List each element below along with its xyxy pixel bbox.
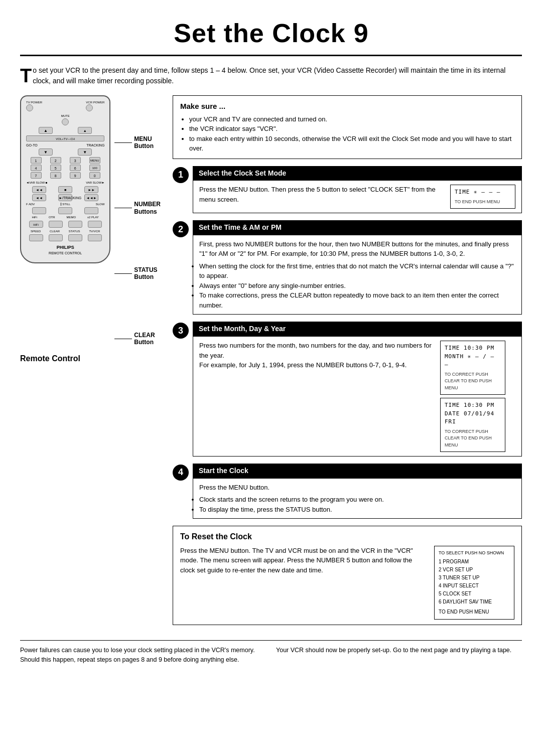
num-4-button[interactable]: 4 bbox=[31, 165, 42, 171]
step-3-text: Press two numbers for the month, two num… bbox=[199, 341, 435, 452]
num-9-button[interactable]: 9 bbox=[70, 172, 81, 179]
num-8-button[interactable]: 8 bbox=[50, 172, 61, 179]
reset-side-header: TO SELECT PUSH NO SHOWN bbox=[439, 549, 510, 556]
ch-down-button[interactable]: ▼ bbox=[78, 148, 92, 156]
var-slow-left-button[interactable]: ◄◄ bbox=[32, 186, 46, 193]
slow-button[interactable] bbox=[84, 207, 98, 214]
var-slow-right-button[interactable]: ►► bbox=[84, 186, 98, 193]
remote-control-caption: Remote Control bbox=[20, 354, 80, 363]
go-to-label: GO-TO bbox=[26, 143, 38, 148]
bottom-notes: Power failures can cause you to lose you… bbox=[20, 640, 522, 665]
step-3-content: Set the Month, Day & Year Press two numb… bbox=[193, 322, 522, 457]
step-4-text: Press the MENU button. bbox=[199, 483, 515, 493]
menu-button[interactable]: MENU bbox=[89, 157, 100, 164]
still-button[interactable] bbox=[58, 207, 72, 214]
step-4-content: Start the Clock Press the MENU button. C… bbox=[193, 464, 522, 519]
tvvcr-button[interactable] bbox=[88, 234, 102, 241]
reset-menu-item-5: 5 CLOCK SET bbox=[439, 590, 510, 598]
step-3-side-top-note: TO CORRECT PUSH CLEAR TO END PUSH MENU bbox=[445, 371, 501, 392]
reset-menu-item-1: 1 PROGRAM bbox=[439, 558, 510, 566]
ff-button[interactable]: ◄◄► bbox=[84, 194, 98, 201]
step-3-circle: 3 bbox=[173, 323, 189, 339]
reset-side-footer: TO END PUSH MENU bbox=[439, 608, 510, 616]
page-title: Set the Clock bbox=[174, 15, 345, 52]
num-6-button[interactable]: 6 bbox=[70, 165, 81, 171]
step-1-body: Press the MENU button. Then press the 5 … bbox=[193, 181, 522, 213]
rew-button[interactable]: ◄◄ bbox=[32, 194, 46, 201]
num-3-button[interactable]: 3 bbox=[70, 157, 81, 164]
bottom-note-1: Power failures can cause you to lose you… bbox=[20, 646, 266, 665]
tv-power-button[interactable] bbox=[26, 104, 33, 111]
left-column: TV POWER VCR POWER MUTE bbox=[20, 95, 161, 632]
status-button-label: STATUSButton bbox=[134, 266, 157, 281]
step-3-lcd-bot-2: DATE 07/01/94 bbox=[445, 410, 501, 418]
step-4-body: Press the MENU button. Clock starts and … bbox=[193, 479, 522, 519]
step-4: 4 Start the Clock Press the MENU button.… bbox=[173, 464, 522, 519]
num-7-button[interactable]: 7 bbox=[31, 172, 42, 179]
bottom-note-2: Your VCR should now be properly set-up. … bbox=[276, 646, 522, 665]
num-1-button[interactable]: 1 bbox=[31, 157, 42, 164]
vol-up-ch-button[interactable]: ▲ bbox=[78, 127, 92, 134]
step-1-side: TIME ✳ – – – TO END PUSH MENU bbox=[450, 185, 515, 209]
vol-down-button[interactable]: ▼ bbox=[39, 148, 53, 156]
tv-power-label: TV POWER bbox=[26, 100, 42, 104]
brand-label: PHILIPS bbox=[26, 244, 104, 251]
step-4-circle: 4 bbox=[173, 465, 189, 481]
step-3-lcd-bot-1: TIME 10:30 PM bbox=[445, 401, 501, 410]
num-100-button[interactable]: 100 bbox=[89, 165, 100, 171]
step-3-title: Set the Month, Day & Year bbox=[193, 322, 522, 337]
step-2-circle: 2 bbox=[173, 221, 189, 237]
page-header: Set the Clock 9 bbox=[20, 15, 522, 56]
menu-button-label: MENUButton bbox=[134, 135, 154, 150]
make-sure-item-1: your VCR and TV are connected and turned… bbox=[189, 114, 514, 124]
status-button[interactable] bbox=[68, 234, 82, 241]
step-4-bullet-2: To display the time, press the STATUS bu… bbox=[199, 505, 515, 515]
reset-menu-item-2: 2 VCR SET UP bbox=[439, 566, 510, 574]
reset-menu-item-4: 4 INPUT SELECT bbox=[439, 582, 510, 590]
num-5-button[interactable]: 5 bbox=[50, 165, 61, 171]
play-button[interactable]: ►/TRACKING bbox=[58, 194, 72, 201]
step-1-circle: 1 bbox=[173, 167, 189, 183]
f-adv-button[interactable] bbox=[32, 207, 46, 214]
reset-side-box: TO SELECT PUSH NO SHOWN 1 PROGRAM 2 VCR … bbox=[434, 546, 514, 620]
make-sure-title: Make sure ... bbox=[180, 101, 514, 111]
make-sure-item-2: the VCR indicator says "VCR". bbox=[189, 124, 514, 134]
memo-button[interactable] bbox=[68, 221, 82, 228]
reset-menu-item-6: 6 DAYLIGHT SAV TIME bbox=[439, 598, 510, 606]
reset-body: Press the MENU button. The TV and VCR mu… bbox=[180, 546, 514, 620]
step-2-bullet-2: Always enter "0" before any single-numbe… bbox=[199, 281, 515, 291]
step-2-bullet-3: To make corrections, press the CLEAR but… bbox=[199, 290, 515, 310]
step-2-content: Set the Time & AM or PM First, press two… bbox=[193, 220, 522, 315]
mute-button[interactable] bbox=[62, 118, 69, 125]
clear-button[interactable] bbox=[49, 234, 63, 241]
num-0-button[interactable]: 0 bbox=[89, 172, 100, 179]
number-buttons-label: NUMBERButtons bbox=[134, 201, 161, 215]
vol-up-button[interactable]: ▲ bbox=[39, 127, 53, 134]
intro-paragraph: T o set your VCR to the present day and … bbox=[20, 65, 522, 86]
stop-button[interactable]: ■ bbox=[58, 186, 72, 193]
vcr-power-label: VCR POWER bbox=[86, 100, 104, 104]
drop-cap: T bbox=[20, 67, 32, 84]
make-sure-list: your VCR and TV are connected and turned… bbox=[180, 114, 514, 154]
step-2-text: First, press two NUMBER buttons for the … bbox=[199, 239, 515, 259]
main-content: TV POWER VCR POWER MUTE bbox=[20, 95, 522, 632]
step-1: 1 Select the Clock Set Mode Press the ME… bbox=[173, 166, 522, 214]
speed-button[interactable] bbox=[29, 234, 43, 241]
vol-tv-ch-button[interactable]: VOL+TV—CH bbox=[26, 135, 104, 141]
vcr-power-button[interactable] bbox=[86, 104, 93, 111]
hifi-button[interactable]: HiFi bbox=[29, 221, 43, 228]
step-1-content: Select the Clock Set Mode Press the MENU… bbox=[193, 166, 522, 214]
step-3-lcd-top-2: MONTH ✳ – / – – bbox=[445, 353, 501, 369]
clear-button-label: CLEARButton bbox=[134, 332, 155, 346]
remote-control-image: TV POWER VCR POWER MUTE bbox=[20, 95, 110, 264]
num-2-button[interactable]: 2 bbox=[50, 157, 61, 164]
otr-button[interactable] bbox=[49, 221, 63, 228]
step-4-bullet-1: Clock starts and the screen returns to t… bbox=[199, 495, 515, 505]
step-4-title: Start the Clock bbox=[193, 464, 522, 479]
page-number: 9 bbox=[354, 15, 368, 52]
x2play-button[interactable] bbox=[88, 221, 102, 228]
step-1-title: Select the Clock Set Mode bbox=[193, 166, 522, 181]
step-1-text: Press the MENU button. Then press the 5 … bbox=[199, 185, 445, 209]
step-1-side-note: TO END PUSH MENU bbox=[455, 199, 511, 206]
step-3-side-bot-note: TO CORRECT PUSH CLEAR TO END PUSH MENU bbox=[445, 428, 501, 449]
